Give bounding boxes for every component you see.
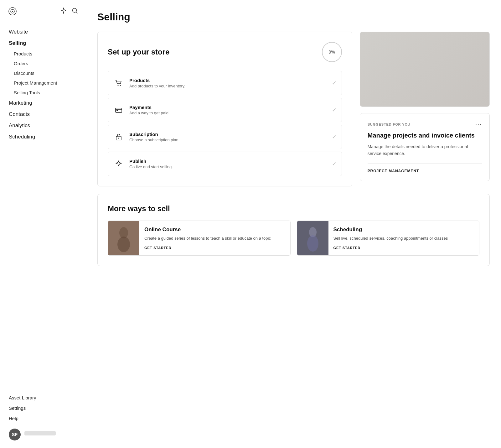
sidebar-subitem-selling-tools[interactable]: Selling Tools xyxy=(0,88,86,97)
more-ways-title: More ways to sell xyxy=(108,204,479,213)
svg-rect-5 xyxy=(116,110,118,111)
course-content: Online Course Create a guided series of … xyxy=(139,221,276,255)
scheduling-name: Scheduling xyxy=(333,227,448,233)
check-icon: ✓ xyxy=(332,80,337,86)
payments-icon xyxy=(113,104,124,116)
setup-item-payments-name: Payments xyxy=(129,105,332,110)
svg-point-3 xyxy=(120,85,121,86)
right-col: Suggested for you ··· Manage projects an… xyxy=(360,32,490,186)
cart-icon xyxy=(113,77,124,89)
sidebar-item-selling[interactable]: Selling xyxy=(0,38,86,49)
suggested-card: Suggested for you ··· Manage projects an… xyxy=(360,113,490,181)
scheduling-cta-button[interactable]: Get Started xyxy=(333,246,448,250)
lock-icon xyxy=(113,131,124,143)
sidebar-bottom: Asset Library Settings Help SF xyxy=(0,388,86,448)
more-ways-grid: Online Course Create a guided series of … xyxy=(108,221,479,256)
sidebar-item-contacts[interactable]: Contacts xyxy=(0,109,86,120)
logo-icon[interactable] xyxy=(8,6,18,16)
setup-item-payments[interactable]: Payments Add a way to get paid. ✓ xyxy=(108,98,342,122)
svg-point-7 xyxy=(118,138,119,139)
course-cta-button[interactable]: Get Started xyxy=(144,246,271,250)
setup-item-products[interactable]: Products Add products to your inventory.… xyxy=(108,71,342,95)
sidebar-item-analytics[interactable]: Analytics xyxy=(0,120,86,131)
suggested-desc: Manage the details needed to deliver a p… xyxy=(368,143,482,157)
sidebar-settings[interactable]: Settings xyxy=(9,403,77,413)
check-icon-subscription: ✓ xyxy=(332,133,337,140)
sidebar-item-scheduling[interactable]: Scheduling xyxy=(0,131,86,143)
publish-icon xyxy=(113,158,124,169)
more-ways-item-course[interactable]: Online Course Create a guided series of … xyxy=(108,221,291,256)
sidebar-subitem-products[interactable]: Products xyxy=(0,49,86,59)
setup-item-publish-name: Publish xyxy=(129,159,332,164)
check-icon-publish: ✓ xyxy=(332,160,337,167)
scheduling-desc: Sell live, scheduled services, coaching … xyxy=(333,235,448,242)
setup-item-subscription-text: Subscription Choose a subscription plan. xyxy=(129,132,332,142)
promo-image-card xyxy=(360,32,490,107)
sidebar-subitem-discounts[interactable]: Discounts xyxy=(0,68,86,78)
setup-items: Products Add products to your inventory.… xyxy=(108,71,342,176)
svg-point-2 xyxy=(118,85,119,86)
main-content: Selling Set up your store 0% xyxy=(86,0,501,448)
setup-card: Set up your store 0% Products A xyxy=(97,32,352,186)
setup-card-header: Set up your store 0% xyxy=(108,42,342,62)
svg-point-11 xyxy=(307,235,318,252)
sidebar-item-website[interactable]: Website xyxy=(0,26,86,38)
sidebar-subitem-orders[interactable]: Orders xyxy=(0,59,86,68)
svg-rect-4 xyxy=(116,108,122,112)
setup-item-publish[interactable]: Publish Go live and start selling. ✓ xyxy=(108,152,342,176)
top-icons xyxy=(60,7,78,15)
check-icon-payments: ✓ xyxy=(332,107,337,113)
setup-item-subscription-desc: Choose a subscription plan. xyxy=(129,138,332,142)
course-name: Online Course xyxy=(144,227,271,233)
sidebar-nav: Website Selling Products Orders Discount… xyxy=(0,21,86,388)
suggested-title: Manage projects and invoice clients xyxy=(368,131,482,139)
sidebar-header xyxy=(0,0,86,21)
top-row: Set up your store 0% Products A xyxy=(97,32,490,186)
avatar[interactable]: SF xyxy=(9,429,21,440)
page-title: Selling xyxy=(97,11,490,23)
sidebar-item-marketing[interactable]: Marketing xyxy=(0,97,86,109)
setup-item-products-name: Products xyxy=(129,78,332,83)
scheduling-image xyxy=(297,221,328,255)
course-desc: Create a guided series of lessons to tea… xyxy=(144,235,271,242)
course-image xyxy=(108,221,139,255)
svg-point-0 xyxy=(12,11,13,12)
sidebar-asset-library[interactable]: Asset Library xyxy=(9,393,77,403)
suggested-header: Suggested for you ··· xyxy=(368,121,482,128)
setup-card-title: Set up your store xyxy=(108,48,169,56)
more-ways-card: More ways to sell Online Course Create a… xyxy=(97,194,490,266)
suggested-label: Suggested for you xyxy=(368,122,411,126)
scheduling-content: Scheduling Sell live, scheduled services… xyxy=(328,221,453,255)
setup-item-payments-text: Payments Add a way to get paid. xyxy=(129,105,332,115)
user-row: SF xyxy=(9,426,77,440)
sidebar-subitem-project-management[interactable]: Project Management xyxy=(0,78,86,88)
setup-item-subscription[interactable]: Subscription Choose a subscription plan.… xyxy=(108,125,342,149)
user-name-placeholder xyxy=(24,431,56,435)
more-options-button[interactable]: ··· xyxy=(475,121,482,128)
more-ways-item-scheduling[interactable]: Scheduling Sell live, scheduled services… xyxy=(297,221,480,256)
progress-circle: 0% xyxy=(322,42,342,62)
sidebar: Website Selling Products Orders Discount… xyxy=(0,0,86,448)
sparkle-icon[interactable] xyxy=(60,7,67,15)
search-icon[interactable] xyxy=(71,7,78,15)
setup-item-payments-desc: Add a way to get paid. xyxy=(129,111,332,115)
suggested-link[interactable]: Project Management xyxy=(368,164,482,173)
setup-item-subscription-name: Subscription xyxy=(129,132,332,137)
svg-point-9 xyxy=(117,237,130,252)
sidebar-help[interactable]: Help xyxy=(9,413,77,424)
setup-item-publish-text: Publish Go live and start selling. xyxy=(129,159,332,169)
setup-item-publish-desc: Go live and start selling. xyxy=(129,164,332,169)
setup-item-products-text: Products Add products to your inventory. xyxy=(129,78,332,88)
setup-item-products-desc: Add products to your inventory. xyxy=(129,84,332,88)
